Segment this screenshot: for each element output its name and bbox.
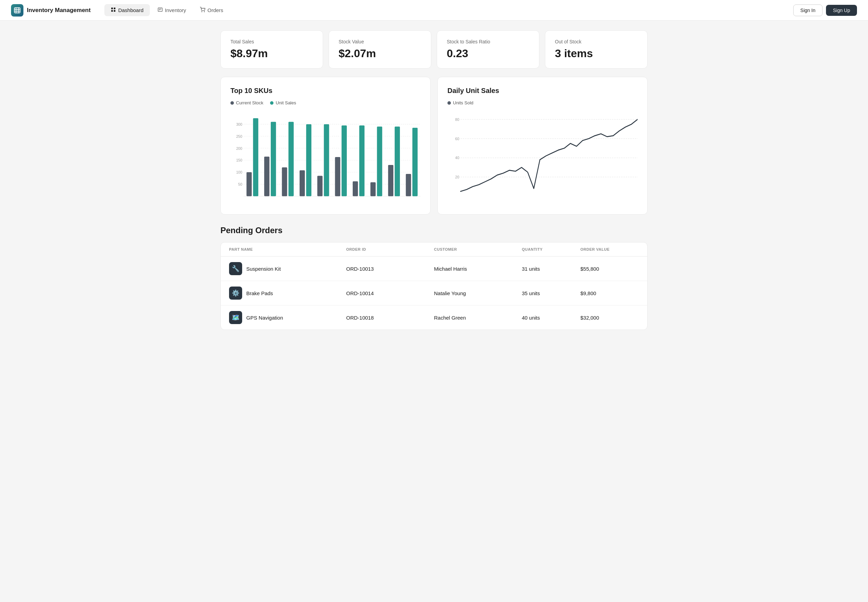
svg-rect-4 <box>114 10 115 12</box>
svg-text:200: 200 <box>236 146 242 150</box>
order-id: ORD-10018 <box>346 315 434 321</box>
svg-rect-23 <box>247 172 252 196</box>
main-content: Total Sales $8.97m Stock Value $2.07m St… <box>207 21 661 339</box>
signin-button[interactable]: Sign In <box>793 5 823 16</box>
nav-tabs: Dashboard Inventory Orders <box>104 4 793 16</box>
stat-total-sales-value: $8.97m <box>230 47 313 60</box>
svg-rect-40 <box>395 127 400 196</box>
col-order-value: ORDER VALUE <box>581 247 639 252</box>
col-customer: CUSTOMER <box>434 247 522 252</box>
svg-rect-31 <box>317 176 323 196</box>
daily-sales-legend: Units Sold <box>447 100 638 105</box>
legend-unit-sales: Unit Sales <box>270 100 296 105</box>
top-skus-chart: Top 10 SKUs Current Stock Unit Sales 501… <box>220 77 430 215</box>
svg-rect-2 <box>114 8 115 9</box>
nav-logo: Inventory Management <box>11 4 91 17</box>
nav-actions: Sign In Sign Up <box>793 5 857 16</box>
tab-orders-label: Orders <box>207 7 223 13</box>
top-skus-title: Top 10 SKUs <box>230 87 421 95</box>
stats-grid: Total Sales $8.97m Stock Value $2.07m St… <box>220 30 648 69</box>
stat-stock-ratio-value: 0.23 <box>447 47 529 60</box>
svg-rect-3 <box>111 10 113 12</box>
stat-stock-value-value: $2.07m <box>339 47 421 60</box>
bar-chart-container: 50100150200250300 <box>230 111 421 207</box>
legend-unit-sales-label: Unit Sales <box>275 100 296 105</box>
part-name-text: Suspension Kit <box>246 266 281 272</box>
svg-text:100: 100 <box>236 170 242 175</box>
order-value: $9,800 <box>581 290 639 296</box>
svg-text:60: 60 <box>455 137 459 141</box>
customer-name: Michael Harris <box>434 266 522 272</box>
stat-total-sales: Total Sales $8.97m <box>220 30 323 69</box>
svg-rect-37 <box>370 182 375 196</box>
daily-sales-chart: Daily Unit Sales Units Sold 20406080 <box>438 77 648 215</box>
stat-out-of-stock-value: 3 items <box>555 47 638 60</box>
stat-stock-value-label: Stock Value <box>339 39 421 45</box>
part-name-cell: 🗺️ GPS Navigation <box>229 311 346 324</box>
svg-rect-38 <box>377 127 382 196</box>
quantity: 31 units <box>522 266 581 272</box>
svg-rect-30 <box>306 124 311 196</box>
svg-point-9 <box>204 11 204 12</box>
svg-rect-33 <box>335 157 340 196</box>
svg-text:80: 80 <box>455 117 459 121</box>
order-value: $55,800 <box>581 266 639 272</box>
part-name-text: GPS Navigation <box>246 315 283 321</box>
stat-out-of-stock: Out of Stock 3 items <box>545 30 648 69</box>
line-chart-container: 20406080 <box>447 111 638 207</box>
svg-text:150: 150 <box>236 158 242 163</box>
svg-rect-1 <box>111 8 113 9</box>
charts-row: Top 10 SKUs Current Stock Unit Sales 501… <box>220 77 648 215</box>
svg-text:20: 20 <box>455 175 459 180</box>
svg-rect-39 <box>388 165 393 196</box>
svg-rect-25 <box>264 157 269 196</box>
svg-text:50: 50 <box>238 182 243 187</box>
order-id: ORD-10014 <box>346 290 434 296</box>
bar-chart-svg: 50100150200250300 <box>230 111 421 207</box>
legend-units-sold: Units Sold <box>447 100 473 105</box>
stat-stock-ratio: Stock to Sales Ratio 0.23 <box>437 30 539 69</box>
quantity: 40 units <box>522 315 581 321</box>
orders-table: PART NAME ORDER ID CUSTOMER QUANTITY ORD… <box>220 242 648 330</box>
table-row: ⚙️ Brake Pads ORD-10014 Natalie Young 35… <box>221 281 647 306</box>
navbar: Inventory Management Dashboard Inventory… <box>0 0 868 21</box>
orders-icon <box>200 7 205 14</box>
order-id: ORD-10013 <box>346 266 434 272</box>
svg-rect-26 <box>271 122 276 196</box>
svg-rect-29 <box>300 170 305 196</box>
legend-current-stock: Current Stock <box>230 100 263 105</box>
orders-rows: 🔧 Suspension Kit ORD-10013 Michael Harri… <box>221 256 647 330</box>
svg-text:40: 40 <box>455 156 459 160</box>
app-title: Inventory Management <box>27 7 91 14</box>
svg-rect-32 <box>324 124 329 196</box>
tab-orders[interactable]: Orders <box>194 4 229 16</box>
svg-rect-0 <box>14 8 20 13</box>
table-header: PART NAME ORDER ID CUSTOMER QUANTITY ORD… <box>221 243 647 256</box>
tab-inventory[interactable]: Inventory <box>151 4 192 16</box>
legend-current-stock-dot <box>230 101 234 105</box>
tab-dashboard[interactable]: Dashboard <box>104 4 149 16</box>
col-order-id: ORDER ID <box>346 247 434 252</box>
logo-icon <box>11 4 23 17</box>
quantity: 35 units <box>522 290 581 296</box>
tab-inventory-label: Inventory <box>165 7 186 13</box>
legend-units-sold-dot <box>447 101 451 105</box>
part-name-cell: ⚙️ Brake Pads <box>229 287 346 299</box>
legend-unit-sales-dot <box>270 101 273 105</box>
table-row: 🔧 Suspension Kit ORD-10013 Michael Harri… <box>221 256 647 281</box>
stat-total-sales-label: Total Sales <box>230 39 313 45</box>
stat-stock-value: Stock Value $2.07m <box>329 30 431 69</box>
legend-units-sold-label: Units Sold <box>453 100 473 105</box>
col-quantity: QUANTITY <box>522 247 581 252</box>
svg-rect-41 <box>406 174 411 196</box>
inventory-icon <box>157 7 163 14</box>
part-icon: ⚙️ <box>229 287 242 299</box>
dashboard-icon <box>111 7 116 14</box>
order-value: $32,000 <box>581 315 639 321</box>
col-part-name: PART NAME <box>229 247 346 252</box>
svg-rect-28 <box>288 122 293 196</box>
signup-button[interactable]: Sign Up <box>826 5 857 16</box>
line-chart-svg: 20406080 <box>447 111 638 207</box>
customer-name: Natalie Young <box>434 290 522 296</box>
svg-rect-27 <box>282 167 287 196</box>
